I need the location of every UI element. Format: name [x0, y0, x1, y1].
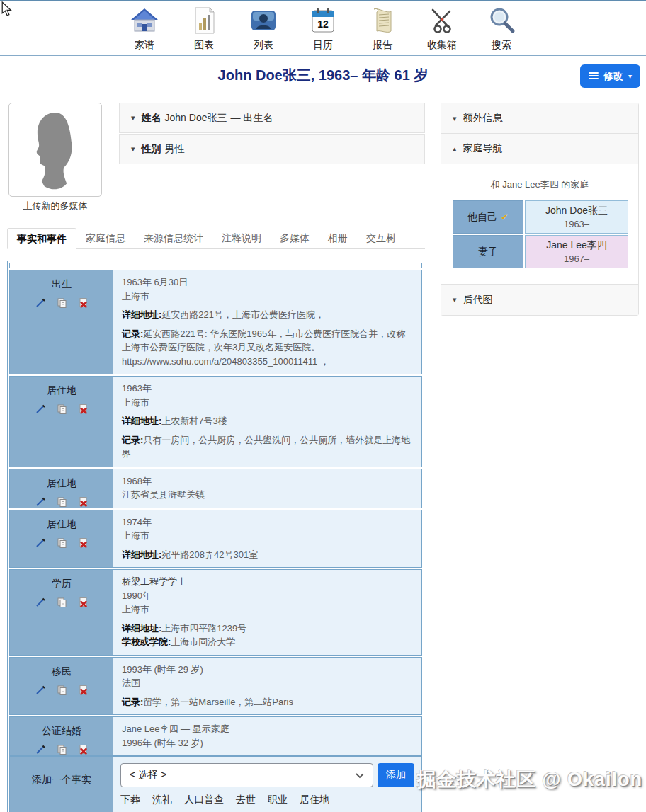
fact-content: 1968年江苏省吴县浒墅关镇	[113, 469, 421, 508]
upload-media-link[interactable]: 上传新的多媒体	[8, 200, 102, 212]
edit-icon[interactable]	[35, 685, 46, 695]
delete-icon[interactable]	[78, 537, 89, 548]
edit-icon[interactable]	[35, 297, 46, 308]
fact-line: 1990年	[122, 589, 413, 603]
svg-text:12: 12	[317, 18, 329, 30]
facts-table: 出生1963年 6月30日上海市详细地址:延安西路221号，上海市公费医疗医院，…	[7, 261, 424, 812]
fact-row: 公证结婚Jane Lee李四 — 显示家庭1996年 (时年 32 岁)	[9, 716, 422, 756]
collapse-caret-icon: ▾	[131, 144, 135, 154]
family-navigator-header[interactable]: ▴ 家庭导航	[441, 134, 638, 164]
descendants-chart-header[interactable]: ▾ 后代图	[441, 285, 638, 315]
fact-line: 上海市	[122, 529, 413, 543]
copy-icon[interactable]	[57, 537, 67, 548]
nav-item-label: 图表	[183, 39, 225, 52]
family-navigator-label: 家庭导航	[463, 142, 503, 155]
tab-0[interactable]: 事实和事件	[7, 228, 76, 249]
add-fact-content: < 选择 > 添加 下葬洗礼人口普查去世职业居住地	[113, 757, 421, 812]
chart-icon	[189, 6, 219, 35]
delete-icon[interactable]	[78, 744, 89, 755]
copy-icon[interactable]	[57, 404, 67, 414]
nav-item-label: 列表	[243, 39, 284, 52]
delete-icon[interactable]	[78, 496, 89, 507]
quick-fact-link[interactable]: 人口普查	[184, 794, 224, 806]
nav-item-calendar[interactable]: 12日历	[302, 6, 344, 52]
extra-info-header[interactable]: ▾ 额外信息	[441, 103, 638, 134]
delete-icon[interactable]	[78, 404, 89, 414]
name-accordion[interactable]: ▾ 姓名 John Doe张三 — 出生名	[119, 103, 425, 133]
fact-label: 居住地	[47, 518, 76, 531]
fact-label-cell: 学历	[10, 570, 113, 655]
nav-item-trees[interactable]: 家谱	[124, 6, 165, 52]
fact-label: 学历	[52, 578, 72, 590]
extra-info-label: 额外信息	[463, 112, 503, 125]
fact-line: 详细地址:上农新村7号3楼	[122, 414, 413, 428]
tab-2[interactable]: 来源信息统计	[135, 228, 212, 248]
quick-fact-link[interactable]: 去世	[236, 794, 256, 806]
delete-icon[interactable]	[78, 685, 89, 695]
quick-fact-link[interactable]: 洗礼	[152, 794, 172, 806]
edit-icon[interactable]	[35, 496, 46, 507]
sex-label: 性别	[142, 143, 162, 156]
fact-content: 1974年上海市详细地址:宛平路208弄42号301室	[113, 510, 421, 568]
delete-icon[interactable]	[78, 297, 89, 308]
nav-item-reports[interactable]: 报告	[362, 6, 403, 52]
name-value: John Doe张三	[165, 112, 227, 125]
fact-line: 桥梁工程学学士	[122, 575, 413, 589]
portrait-placeholder[interactable]	[8, 103, 102, 197]
fact-line: 详细地址:上海市四平路1239号	[122, 622, 413, 636]
nav-item-label: 报告	[362, 39, 403, 52]
add-fact-button[interactable]: 添加	[378, 763, 414, 787]
fact-line: 1993年 (时年 29 岁)	[122, 663, 413, 677]
fact-content: 1993年 (时年 29 岁)法国记录:留学，第一站Marseille，第二站P…	[113, 658, 421, 715]
quick-fact-link[interactable]: 居住地	[300, 794, 329, 806]
quick-fact-link[interactable]: 下葬	[120, 794, 140, 806]
tab-3[interactable]: 注释说明	[212, 228, 271, 248]
edit-icon[interactable]	[35, 597, 46, 607]
fact-line: 上海市	[122, 602, 413, 617]
edit-icon[interactable]	[35, 404, 46, 414]
mouse-cursor-icon	[1, 1, 12, 17]
edit-button[interactable]: 修改 ▾	[580, 64, 640, 88]
family-title: 和 Jane Lee李四 的家庭	[453, 178, 627, 191]
fact-content: Jane Lee李四 — 显示家庭1996年 (时年 32 岁)	[113, 717, 421, 755]
sex-accordion[interactable]: ▾ 性别 男性	[119, 134, 425, 164]
edit-button-label: 修改	[604, 70, 623, 83]
fact-actions	[35, 496, 89, 507]
fact-type-select[interactable]: < 选择 >	[120, 763, 373, 787]
fact-line: 1963年 6月30日	[122, 275, 413, 290]
copy-icon[interactable]	[57, 685, 67, 695]
delete-icon[interactable]	[78, 597, 89, 607]
quick-fact-link[interactable]: 职业	[268, 794, 288, 806]
edit-icon[interactable]	[35, 537, 46, 548]
name-label: 姓名	[142, 112, 162, 125]
copy-icon[interactable]	[57, 597, 67, 607]
family-row: 他自己✔John Doe张三1963–	[453, 200, 628, 234]
tab-5[interactable]: 相册	[319, 228, 357, 248]
nav-item-lists[interactable]: 列表	[243, 6, 284, 52]
family-member-name: John Doe张三	[528, 205, 625, 217]
fact-line: 上海市	[122, 396, 413, 410]
fact-line: 详细地址:延安西路221号，上海市公费医疗医院，	[122, 308, 413, 322]
calendar-icon: 12	[308, 6, 338, 35]
family-role-cell[interactable]: 他自己✔	[453, 200, 523, 234]
tab-4[interactable]: 多媒体	[271, 228, 319, 248]
copy-icon[interactable]	[57, 744, 67, 755]
nav-item-search[interactable]: 搜索	[481, 6, 522, 52]
tab-1[interactable]: 家庭信息	[76, 228, 135, 248]
family-member-card[interactable]: Jane Lee李四1967–	[525, 235, 628, 268]
copy-icon[interactable]	[57, 297, 67, 308]
fact-actions	[35, 685, 89, 695]
name-type: — 出生名	[230, 112, 273, 125]
nav-item-clippings[interactable]: 收集箱	[421, 6, 463, 52]
family-role-cell[interactable]: 妻子	[453, 235, 523, 268]
descendants-chart-label: 后代图	[463, 294, 493, 307]
nav-item-charts[interactable]: 图表	[183, 6, 225, 52]
family-row: 妻子Jane Lee李四1967–	[453, 235, 628, 268]
copy-icon[interactable]	[57, 496, 67, 507]
edit-icon[interactable]	[35, 744, 46, 755]
fact-type-select-value: < 选择 >	[130, 769, 166, 782]
fact-line: 上海市	[122, 290, 413, 304]
family-member-card[interactable]: John Doe张三1963–	[525, 200, 628, 234]
tab-6[interactable]: 交互树	[357, 228, 405, 248]
watermark: 掘金技术社区 @ Okailon	[417, 767, 642, 792]
